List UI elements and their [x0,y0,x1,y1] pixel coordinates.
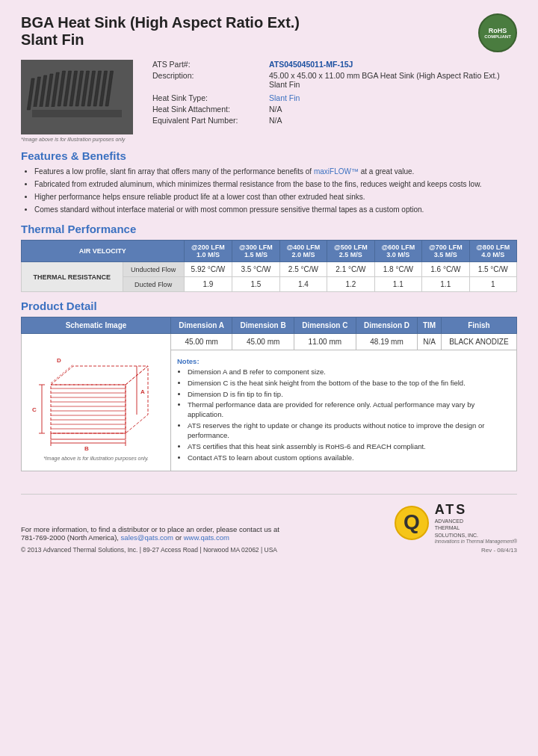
product-info-row: *Image above is for illustration purpose… [21,60,517,142]
unducted-400: 2.5 °C/W [279,262,327,277]
ats-logo: Q ATS ADVANCEDTHERMALSOLUTIONS, INC. Inn… [393,502,517,543]
notes-block: Notes: Dimension A and B refer to compon… [174,354,513,467]
svg-text:Q: Q [404,510,420,533]
footer-phone: 781-769-2000 (North America), [21,533,119,542]
note-5: ATS reserves the right to update or chan… [188,421,510,441]
notes-list: Dimension A and B refer to component siz… [188,368,510,462]
dim-c-header: Dimension C [294,317,356,334]
notes-cell: Notes: Dimension A and B refer to compon… [171,350,517,471]
svg-rect-2 [33,77,40,109]
svg-text:A: A [140,388,145,395]
svg-text:D: D [57,357,61,364]
finish-header: Finish [441,317,516,334]
note-1: Dimension A and B refer to component siz… [188,368,510,377]
feature-4: Comes standard without interface materia… [34,205,517,215]
title-line1: BGA Heat Sink (High Aspect Ratio Ext.) [21,13,300,31]
svg-rect-1 [27,78,34,110]
note-2: Dimension C is the heat sink height from… [188,379,510,388]
heatsink-illustration [25,63,129,131]
svg-text:B: B [84,445,89,452]
title-line2: Slant Fin [21,31,300,49]
footer-section: For more information, to find a distribu… [21,494,517,553]
footer-contact-text: For more information, to find a distribu… [21,525,279,533]
rohs-compliant: COMPLIANT [484,34,511,39]
type-row: Heat Sink Type: Slant Fin [152,93,517,102]
svg-rect-15 [32,107,122,110]
footer-right: Q ATS ADVANCEDTHERMALSOLUTIONS, INC. Inn… [393,502,517,553]
thermal-table: AIR VELOCITY @200 LFM1.0 M/S @300 LFM1.5… [21,240,517,292]
footer-or: or [176,533,184,542]
svg-line-38 [51,365,73,383]
ats-name: ATS [435,502,517,518]
feature-3: Higher performance helps ensure reliable… [34,192,517,202]
unducted-500: 2.1 °C/W [327,262,374,277]
equiv-label: Equivalent Part Number: [152,116,265,125]
title-block: BGA Heat Sink (High Aspect Ratio Ext.) S… [21,13,300,49]
note-4: Thermal performance data are provided fo… [188,400,510,420]
dim-a-value: 45.00 mm [171,334,232,350]
note-3: Dimension D is fin tip to fin tip. [188,390,510,400]
col-700: @700 LFM3.5 M/S [422,241,469,262]
unducted-label: Unducted Flow [123,262,184,277]
feature-1: Features a low profile, slant fin array … [34,167,517,177]
page: BGA Heat Sink (High Aspect Ratio Ext.) S… [0,0,538,561]
ducted-600: 1.1 [374,277,421,292]
detail-table: Schematic Image Dimension A Dimension B … [21,317,517,471]
dim-d-header: Dimension D [356,317,418,334]
attachment-label: Heat Sink Attachment: [152,105,265,114]
ducted-300: 1.5 [232,277,279,292]
col-800: @800 LFM4.0 M/S [469,241,517,262]
schematic-header: Schematic Image [22,317,171,334]
ducted-200: 1.9 [184,277,232,292]
maxiflow-link: maxiFLOW™ [314,167,359,176]
footer-website[interactable]: www.qats.com [184,533,229,542]
product-image [21,60,133,134]
ducted-500: 1.2 [327,277,374,292]
ducted-700: 1.1 [422,277,469,292]
desc-value: 45.00 x 45.00 x 11.00 mm BGA Heat Sink (… [269,71,517,89]
rohs-text: RoHS [489,27,507,34]
footer-left: For more information, to find a distribu… [21,525,279,554]
dim-values-row: C B A D [22,334,517,350]
footer-contact: For more information, to find a distribu… [21,525,279,542]
part-label: ATS Part#: [152,60,265,69]
ats-tagline: Innovations in Thermal Management® [435,539,517,544]
footer-email[interactable]: sales@qats.com [121,533,173,542]
notes-title: Notes: [177,357,510,365]
unducted-600: 1.8 °C/W [374,262,421,277]
rev-text: Rev - 08/4/13 [481,547,517,554]
svg-text:C: C [32,406,37,413]
finish-value: BLACK ANODIZE [441,334,516,350]
type-value: Slant Fin [269,93,300,102]
dim-a-header: Dimension A [171,317,232,334]
specs-block: ATS Part#: ATS045045011-MF-15J Descripti… [152,60,517,142]
equiv-value: N/A [269,116,282,125]
unducted-200: 5.92 °C/W [184,262,232,277]
desc-label: Description: [152,71,265,89]
col-600: @600 LFM3.0 M/S [374,241,421,262]
attachment-value: N/A [269,105,282,114]
part-value: ATS045045011-MF-15J [269,60,353,69]
dim-c-value: 11.00 mm [294,334,356,350]
unducted-700: 1.6 °C/W [422,262,469,277]
col-200: @200 LFM1.0 M/S [184,241,232,262]
equiv-row: Equivalent Part Number: N/A [152,116,517,125]
ats-text: ATS ADVANCEDTHERMALSOLUTIONS, INC. Innov… [435,502,517,543]
unducted-800: 1.5 °C/W [469,262,517,277]
features-title: Features & Benefits [21,149,517,162]
feature-2: Fabricated from extruded aluminum, which… [34,179,517,190]
dim-d-value: 48.19 mm [356,334,418,350]
type-label: Heat Sink Type: [152,93,265,102]
features-list: Features a low profile, slant fin array … [34,167,517,215]
note-7: Contact ATS to learn about custom option… [188,453,510,463]
air-velocity-header: AIR VELOCITY [22,241,185,262]
ats-q-logo: Q [393,504,430,542]
svg-rect-27 [51,433,126,439]
col-300: @300 LFM1.5 M/S [232,241,279,262]
ats-full: ADVANCEDTHERMALSOLUTIONS, INC. [435,518,517,538]
product-image-block: *Image above is for illustration purpose… [21,60,140,142]
attachment-row: Heat Sink Attachment: N/A [152,105,517,114]
image-caption: *Image above is for illustration purpose… [21,137,140,142]
desc-row: Description: 45.00 x 45.00 x 11.00 mm BG… [152,71,517,89]
dim-b-value: 45.00 mm [232,334,294,350]
